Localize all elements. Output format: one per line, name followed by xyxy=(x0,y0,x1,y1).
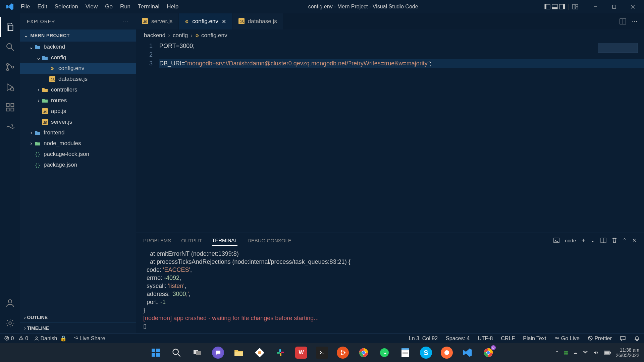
breadcrumb[interactable]: backend›config›⚙config.env xyxy=(136,29,644,42)
notepad-icon[interactable] xyxy=(399,347,411,359)
terminal-app-icon[interactable] xyxy=(316,347,328,359)
eol-status[interactable]: CRLF xyxy=(501,336,515,342)
menu-run[interactable]: Run xyxy=(117,1,134,12)
tree-item-database-js[interactable]: JSdatabase.js xyxy=(20,74,136,84)
new-terminal-icon[interactable]: + xyxy=(581,237,585,244)
tree-item-server-js[interactable]: JSserver.js xyxy=(20,117,136,127)
notifications-icon[interactable] xyxy=(634,336,640,342)
tree-item-routes[interactable]: ›routes xyxy=(20,95,136,106)
minimap[interactable] xyxy=(598,43,638,53)
accounts-icon[interactable] xyxy=(0,293,20,313)
tree-item-backend[interactable]: ⌄backend xyxy=(20,42,136,52)
split-editor-icon[interactable] xyxy=(620,18,626,25)
terminal-output[interactable]: at emitErrorNT (node:net:1399:8) at proc… xyxy=(136,248,644,333)
panel-tab-debug-console[interactable]: DEBUG CONSOLE xyxy=(248,236,291,245)
panel-tab-output[interactable]: OUTPUT xyxy=(181,236,202,245)
outline-header[interactable]: › OUTLINE xyxy=(20,312,136,322)
wifi-icon[interactable] xyxy=(582,350,588,356)
chrome-profile-icon[interactable]: D xyxy=(482,347,494,359)
feedback-icon[interactable] xyxy=(620,336,626,342)
breadcrumb-item[interactable]: ⚙config.env xyxy=(195,32,227,39)
skype-icon[interactable]: S xyxy=(420,347,432,359)
timeline-header[interactable]: › TIMELINE xyxy=(20,322,136,333)
menu-selection[interactable]: Selection xyxy=(51,1,82,12)
code-content[interactable]: PORT=3000;DB_URI="mongodb+srv://Danish:d… xyxy=(159,42,644,233)
tab-database-js[interactable]: JSdatabase.js xyxy=(232,13,283,29)
tree-item-app-js[interactable]: JSapp.js xyxy=(20,106,136,117)
menu-terminal[interactable]: Terminal xyxy=(135,1,163,12)
tab-server-js[interactable]: JSserver.js xyxy=(136,13,179,29)
menu-edit[interactable]: Edit xyxy=(34,1,50,12)
tree-item-package-lock-json[interactable]: { }package-lock.json xyxy=(20,149,136,160)
tree-item-frontend[interactable]: ›frontend xyxy=(20,127,136,138)
chrome-icon[interactable] xyxy=(358,347,370,359)
indent-status[interactable]: Spaces: 4 xyxy=(446,336,470,342)
source-control-icon[interactable] xyxy=(0,57,20,77)
explorer-icon[interactable] xyxy=(0,17,20,37)
menu-help[interactable]: Help xyxy=(163,1,182,12)
close-button[interactable] xyxy=(625,0,641,13)
maximize-button[interactable] xyxy=(606,0,623,13)
close-tab-icon[interactable]: ✕ xyxy=(222,18,226,25)
postman-icon[interactable] xyxy=(441,347,453,359)
clock[interactable]: 11:38 am 26/05/2022 xyxy=(616,347,639,358)
split-terminal-icon[interactable] xyxy=(600,237,606,243)
search-app-icon[interactable] xyxy=(170,347,182,359)
tray-expand-icon[interactable]: ⌃ xyxy=(555,350,559,355)
maximize-panel-icon[interactable]: ⌃ xyxy=(623,237,627,243)
panel-right-icon[interactable] xyxy=(559,4,565,10)
more-actions-icon[interactable]: ··· xyxy=(632,18,638,24)
panel-left-icon[interactable] xyxy=(544,4,550,10)
volume-icon[interactable] xyxy=(593,350,599,356)
whatsapp-icon[interactable] xyxy=(378,347,390,359)
tab-config-env[interactable]: ⚙config.env✕ xyxy=(179,13,232,29)
language-mode[interactable]: Plain Text xyxy=(523,336,546,342)
breadcrumb-item[interactable]: config xyxy=(173,32,188,39)
project-section-header[interactable]: ⌄ MERN PROJECT xyxy=(20,29,136,42)
vscode-app-icon[interactable] xyxy=(462,347,474,359)
errors-count[interactable]: 0 0 xyxy=(4,336,28,342)
encoding-status[interactable]: UTF-8 xyxy=(478,336,493,342)
tree-item-config-env[interactable]: ⚙config.env xyxy=(20,63,136,74)
taskview-icon[interactable] xyxy=(191,347,203,359)
minimize-button[interactable] xyxy=(587,0,604,13)
app-icon-w[interactable]: W xyxy=(295,347,307,359)
panel-tab-problems[interactable]: PROBLEMS xyxy=(143,236,171,245)
liveshare-status[interactable]: Live Share xyxy=(73,336,105,342)
panel-tab-terminal[interactable]: TERMINAL xyxy=(212,235,237,246)
prettier-status[interactable]: Prettier xyxy=(588,336,612,342)
file-explorer-icon[interactable] xyxy=(233,347,245,359)
ubuntu-icon[interactable] xyxy=(337,347,349,359)
search-icon[interactable] xyxy=(0,37,20,57)
onedrive-icon[interactable]: ☁ xyxy=(573,350,578,355)
golive-status[interactable]: Go Live xyxy=(554,336,580,342)
more-icon[interactable]: ··· xyxy=(123,19,129,24)
app-icon-1[interactable] xyxy=(254,347,266,359)
code-editor[interactable]: 123 PORT=3000;DB_URI="mongodb+srv://Dani… xyxy=(136,42,644,233)
close-panel-icon[interactable]: ✕ xyxy=(632,237,637,243)
menu-file[interactable]: File xyxy=(17,1,33,12)
battery-icon[interactable] xyxy=(604,350,611,355)
settings-gear-icon[interactable] xyxy=(0,313,20,333)
start-button[interactable] xyxy=(150,347,162,359)
panel-bottom-icon[interactable] xyxy=(552,4,558,10)
menu-view[interactable]: View xyxy=(82,1,101,12)
slack-icon[interactable] xyxy=(274,347,286,359)
menu-go[interactable]: Go xyxy=(102,1,116,12)
tree-item-package-json[interactable]: { }package.json xyxy=(20,160,136,170)
terminal-launch-icon[interactable] xyxy=(553,237,559,243)
terminal-kind[interactable]: node xyxy=(565,238,576,243)
tray-icon-1[interactable]: ▦ xyxy=(564,350,568,355)
liveshare-icon[interactable] xyxy=(0,117,20,137)
terminal-dropdown-icon[interactable]: ⌄ xyxy=(591,237,595,243)
tree-item-controllers[interactable]: ›controllers xyxy=(20,84,136,95)
extensions-icon[interactable] xyxy=(0,97,20,117)
breadcrumb-item[interactable]: backend xyxy=(144,32,165,39)
tree-item-node_modules[interactable]: ›node_modules xyxy=(20,138,136,149)
run-debug-icon[interactable] xyxy=(0,77,20,97)
cursor-position[interactable]: Ln 3, Col 92 xyxy=(409,336,438,342)
customize-layout-icon[interactable] xyxy=(572,4,578,10)
user-indicator[interactable]: Danish 🔒 xyxy=(34,335,67,342)
chat-app-icon[interactable] xyxy=(212,347,224,359)
kill-terminal-icon[interactable] xyxy=(612,237,617,243)
